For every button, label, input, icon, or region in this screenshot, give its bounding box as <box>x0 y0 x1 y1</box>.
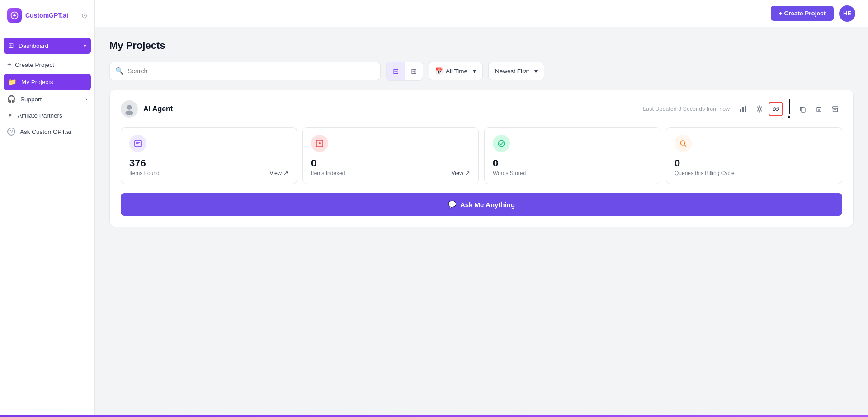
stat-card-queries: 0 Queries this Billing Cycle <box>666 127 842 184</box>
external-link-icon: ↗ <box>283 170 288 176</box>
project-header: AI Agent Last Updated 3 Seconds from now <box>121 99 842 119</box>
ask-icon: ? <box>7 128 15 136</box>
create-plus-icon: + <box>7 61 11 69</box>
sort-filter-dropdown[interactable]: Newest First ▾ <box>488 62 544 80</box>
sidebar-item-ask[interactable]: ? Ask CustomGPT.ai <box>0 123 94 140</box>
arrow-indicator: ▲ <box>787 99 792 119</box>
sort-filter-chevron: ▾ <box>534 67 538 75</box>
sidebar-nav: ⊞ Dashboard ▾ + Create Project 📁 My Proj… <box>0 31 94 417</box>
project-avatar <box>121 100 138 118</box>
svg-point-1 <box>127 105 132 110</box>
stat-card-words-stored: 0 Words Stored <box>484 127 660 184</box>
myprojects-icon: 📁 <box>8 78 17 86</box>
items-found-number: 376 <box>129 157 160 169</box>
svg-point-13 <box>498 140 505 147</box>
ask-anything-label: Ask Me Anything <box>460 201 515 208</box>
sidebar-item-dashboard[interactable]: ⊞ Dashboard ▾ <box>4 38 91 54</box>
settings-action-icon[interactable] <box>752 102 767 116</box>
chat-icon: 💬 <box>448 200 457 208</box>
search-box[interactable]: 🔍 <box>109 62 381 80</box>
sidebar-item-create-project[interactable]: + Create Project <box>0 57 94 73</box>
svg-rect-9 <box>832 107 838 108</box>
support-icon: 🎧 <box>7 95 16 103</box>
sidebar-support-label: Support <box>20 96 42 103</box>
items-indexed-number: 0 <box>311 157 345 169</box>
svg-rect-3 <box>740 109 741 112</box>
svg-point-6 <box>758 108 761 110</box>
create-project-button[interactable]: + Create Project <box>771 6 834 21</box>
time-filter-dropdown[interactable]: 📅 All Time ▾ <box>429 62 483 80</box>
time-filter-label: All Time <box>446 68 467 75</box>
arrow-head-icon: ▲ <box>787 114 792 119</box>
items-indexed-icon-wrap <box>311 135 328 152</box>
stat-row-items-found: 376 Items Found View ↗ <box>129 157 288 176</box>
delete-action-icon[interactable] <box>811 102 826 116</box>
content-area: My Projects 🔍 ⊟ ⊞ 📅 All Time ▾ Newest Fi… <box>95 27 868 417</box>
archive-action-icon[interactable] <box>828 102 842 116</box>
affiliate-icon: ✦ <box>7 111 13 119</box>
stat-card-items-indexed: 0 Items Indexed View ↗ <box>302 127 479 184</box>
queries-label: Queries this Billing Cycle <box>675 170 735 176</box>
bell-icon[interactable]: ⊙ <box>81 11 87 20</box>
external-link-icon-2: ↗ <box>465 170 470 176</box>
arrow-line <box>789 99 790 114</box>
topbar: + Create Project HE <box>95 0 868 27</box>
words-stored-number: 0 <box>493 157 526 169</box>
projects-toolbar: 🔍 ⊟ ⊞ 📅 All Time ▾ Newest First ▾ <box>109 62 854 81</box>
svg-rect-7 <box>801 108 805 112</box>
sidebar-dashboard-label: Dashboard <box>19 43 48 49</box>
project-name: AI Agent <box>143 105 173 113</box>
ask-anything-button[interactable]: 💬 Ask Me Anything <box>121 193 842 216</box>
items-indexed-label: Items Indexed <box>311 170 345 176</box>
stats-grid: 376 Items Found View ↗ <box>121 127 842 184</box>
link-action-icon[interactable] <box>769 102 783 116</box>
words-stored-icon-wrap <box>493 135 510 152</box>
main-content: + Create Project HE My Projects 🔍 ⊟ ⊞ 📅 … <box>95 0 868 417</box>
search-input[interactable] <box>127 67 375 75</box>
stat-row-items-indexed: 0 Items Indexed View ↗ <box>311 157 470 176</box>
svg-rect-10 <box>135 140 141 147</box>
sidebar: CustomGPT.ai ⊙ ⊞ Dashboard ▾ + Create Pr… <box>0 0 95 417</box>
page-title: My Projects <box>109 40 854 52</box>
logo-icon <box>7 8 22 23</box>
calendar-icon: 📅 <box>435 67 443 75</box>
sidebar-affiliate-label: Affiliate Partners <box>18 112 62 119</box>
svg-point-2 <box>125 111 133 116</box>
sidebar-create-label: Create Project <box>15 62 54 68</box>
svg-rect-4 <box>742 107 744 112</box>
words-stored-label: Words Stored <box>493 170 526 176</box>
svg-rect-8 <box>817 108 821 112</box>
list-view-button[interactable]: ⊟ <box>387 62 405 80</box>
sidebar-item-my-projects[interactable]: 📁 My Projects <box>4 74 91 90</box>
project-card: AI Agent Last Updated 3 Seconds from now <box>109 90 854 227</box>
view-toggle: ⊟ ⊞ <box>386 62 423 81</box>
stat-card-items-found: 376 Items Found View ↗ <box>121 127 297 184</box>
sidebar-item-support[interactable]: 🎧 Support › <box>0 91 94 107</box>
dashboard-icon: ⊞ <box>8 42 14 50</box>
items-found-icon-wrap <box>129 135 146 152</box>
search-icon: 🔍 <box>115 67 124 75</box>
svg-rect-5 <box>745 106 746 112</box>
items-indexed-view-link[interactable]: View ↗ <box>451 170 470 176</box>
copy-action-icon[interactable] <box>795 102 810 116</box>
sidebar-item-affiliate[interactable]: ✦ Affiliate Partners <box>0 107 94 123</box>
sidebar-myprojects-label: My Projects <box>21 79 53 85</box>
svg-point-12 <box>319 142 321 144</box>
logo-area: CustomGPT.ai ⊙ <box>0 0 94 31</box>
items-found-label: Items Found <box>129 170 160 176</box>
bottom-bar <box>0 415 868 417</box>
items-found-view-link[interactable]: View ↗ <box>269 170 288 176</box>
time-filter-chevron: ▾ <box>473 67 476 75</box>
stats-action-icon[interactable] <box>736 102 750 116</box>
grid-view-button[interactable]: ⊞ <box>405 62 423 80</box>
sidebar-ask-label: Ask CustomGPT.ai <box>20 128 71 135</box>
support-chevron: › <box>85 96 87 102</box>
logo-text: CustomGPT.ai <box>25 12 68 19</box>
project-updated-text: Last Updated 3 Seconds from now <box>643 106 730 112</box>
dashboard-chevron: ▾ <box>84 43 86 49</box>
user-avatar[interactable]: HE <box>839 5 855 22</box>
stat-row-words-stored: 0 Words Stored <box>493 157 652 176</box>
stat-row-queries: 0 Queries this Billing Cycle <box>675 157 834 176</box>
queries-icon-wrap <box>675 135 692 152</box>
queries-number: 0 <box>675 157 735 169</box>
